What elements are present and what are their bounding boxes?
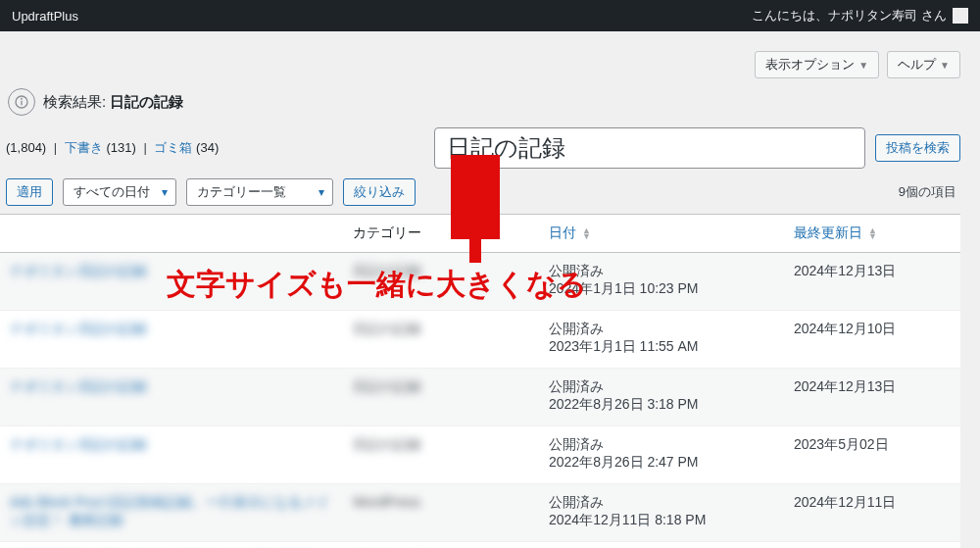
drafts-link[interactable]: 下書き [65, 140, 103, 155]
page-title: 検索結果: 日記の記録 [43, 93, 183, 112]
post-modified: 2024年12月13日 [794, 378, 896, 394]
col-date[interactable]: 日付 ▲▼ [539, 215, 784, 253]
display-options-button[interactable]: 表示オプション ▼ [755, 51, 879, 78]
help-button[interactable]: ヘルプ ▼ [887, 51, 960, 78]
post-date: 2024年1月1日 10:23 PM [549, 280, 699, 296]
drafts-count: (131) [106, 140, 135, 155]
table-row[interactable]: ナポリタン日記の記録日記の記録公開済み2024年1月1日 10:23 PM202… [0, 253, 960, 311]
all-count: (1,804) [6, 140, 46, 155]
post-title: ナポリタン日記の記録 [10, 263, 147, 278]
table-row[interactable]: ナポリタン日記の記録日記の記録公開済み2022年8月26日 2:47 PM202… [0, 426, 960, 484]
apply-button[interactable]: 適用 [6, 178, 53, 206]
date-filter-select[interactable]: すべての日付 [63, 178, 176, 206]
post-date: 2022年8月26日 2:47 PM [549, 454, 699, 470]
table-row[interactable]: ナポリタン日記の記録日記の記録公開済み2022年8月26日 3:18 PM202… [0, 369, 960, 426]
post-modified: 2023年5月02日 [794, 436, 889, 452]
col-category: カテゴリー [343, 215, 539, 253]
posts-table: カテゴリー 日付 ▲▼ 最終更新日 ▲▼ ナポリタン日記の記録日記の記録公開済み… [0, 214, 960, 548]
post-title: ナポリタン日記の記録 [10, 321, 147, 336]
help-label: ヘルプ [898, 56, 936, 74]
table-row[interactable]: 1 日本語URLを使ってリンク化されない時の対策用？Webサービス公開済み202… [0, 542, 960, 549]
sort-icon: ▲▼ [868, 227, 877, 239]
post-modified: 2024年12月13日 [794, 263, 896, 278]
post-category: WordPress [353, 494, 420, 510]
post-status: 公開済み [549, 321, 604, 336]
admin-bar-plugin[interactable]: UpdraftPlus [12, 9, 78, 24]
trash-link[interactable]: ゴミ箱 [154, 140, 192, 155]
post-status: 公開済み [549, 436, 604, 452]
table-row[interactable]: Ads Block Proの日記投稿記録。一行表示になるメイン設定！ 最新記録W… [0, 484, 960, 542]
search-posts-button[interactable]: 投稿を検索 [875, 134, 960, 162]
info-icon [8, 88, 35, 116]
post-modified: 2024年12月11日 [794, 494, 896, 510]
post-category: 日記の記録 [353, 436, 421, 452]
chevron-down-icon: ▼ [940, 60, 950, 71]
post-category: 日記の記録 [353, 378, 421, 394]
items-count: 9個の項目 [899, 183, 960, 201]
table-row[interactable]: ナポリタン日記の記録日記の記録公開済み2023年1月1日 11:55 AM202… [0, 311, 960, 369]
sort-icon: ▲▼ [582, 227, 591, 239]
post-date: 2023年1月1日 11:55 AM [549, 338, 699, 354]
post-status: 公開済み [549, 263, 604, 278]
svg-point-2 [22, 98, 23, 99]
status-filter-links: (1,804) | 下書き (131) | ゴミ箱 (34) [6, 139, 219, 157]
post-status: 公開済み [549, 494, 604, 510]
col-title[interactable] [0, 215, 343, 253]
post-title: ナポリタン日記の記録 [10, 436, 147, 452]
post-status: 公開済み [549, 378, 604, 394]
post-date: 2022年8月26日 3:18 PM [549, 396, 699, 412]
avatar [953, 8, 968, 24]
greeting-text: こんにちは、ナポリタン寿司 さん [752, 7, 947, 25]
trash-count: (34) [196, 140, 219, 155]
post-category: 日記の記録 [353, 263, 421, 278]
chevron-down-icon: ▼ [858, 60, 868, 71]
post-date: 2024年12月11日 8:18 PM [549, 512, 706, 527]
search-posts-input[interactable] [434, 127, 865, 169]
display-options-label: 表示オプション [765, 56, 855, 74]
post-title: Ads Block Proの日記投稿記録。一行表示になるメイン設定！ 最新記録 [10, 494, 329, 527]
admin-bar-account[interactable]: こんにちは、ナポリタン寿司 さん [752, 7, 968, 25]
admin-bar: UpdraftPlus こんにちは、ナポリタン寿司 さん [0, 0, 980, 31]
category-filter-select[interactable]: カテゴリー一覧 [186, 178, 333, 206]
post-title: ナポリタン日記の記録 [10, 378, 147, 394]
post-modified: 2024年12月10日 [794, 321, 896, 336]
col-modified[interactable]: 最終更新日 ▲▼ [784, 215, 960, 253]
post-category: 日記の記録 [353, 321, 421, 336]
filter-button[interactable]: 絞り込み [343, 178, 416, 206]
